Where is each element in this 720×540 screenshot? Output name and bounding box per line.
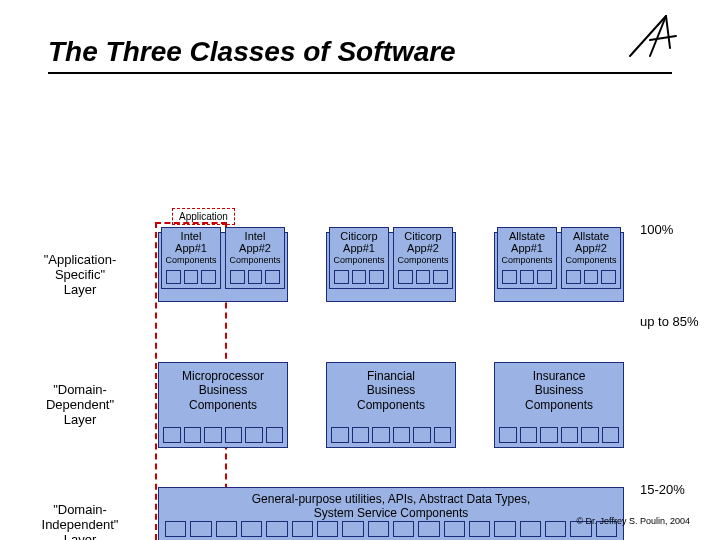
text: App#2	[407, 242, 439, 254]
mini-cells	[165, 521, 617, 537]
text: Citicorp	[340, 230, 377, 242]
app-intel-2: Intel App#2 Components	[225, 227, 285, 289]
text: Layer	[64, 412, 97, 427]
text: Business	[199, 383, 248, 397]
row-label-domain-dependent: "Domain- Dependent" Layer	[20, 382, 140, 427]
text: Specific"	[55, 267, 105, 282]
domain-independent-row: General-purpose utilities, APIs, Abstrac…	[158, 487, 624, 540]
components-label: Components	[498, 256, 556, 266]
app-allstate-1: Allstate App#1 Components	[497, 227, 557, 289]
text: Dependent"	[46, 397, 114, 412]
text: App#2	[239, 242, 271, 254]
mini-cells	[230, 270, 280, 284]
text: System Service Components	[314, 506, 469, 520]
components-label: Components	[394, 256, 452, 266]
text: App#2	[575, 242, 607, 254]
text: Business	[367, 383, 416, 397]
text: General-purpose utilities, APIs, Abstrac…	[252, 492, 531, 506]
domain-microprocessor: Microprocessor Business Components	[158, 362, 288, 448]
domain-financial: Financial Business Components	[326, 362, 456, 448]
components-label: Components	[330, 256, 388, 266]
text: Insurance	[533, 369, 586, 383]
title-rule	[48, 72, 672, 74]
text: Components	[525, 398, 593, 412]
mini-cells	[166, 270, 216, 284]
app-allstate-2: Allstate App#2 Components	[561, 227, 621, 289]
page-title: The Three Classes of Software	[0, 0, 720, 72]
text: "Domain-	[53, 502, 107, 517]
mini-cells	[499, 427, 619, 443]
mini-cells	[502, 270, 552, 284]
text: Business	[535, 383, 584, 397]
percent-100: 100%	[640, 222, 673, 237]
app-citicorp-2: Citicorp App#2 Components	[393, 227, 453, 289]
copyright: © Dr. Jeffrey S. Poulin, 2004	[576, 516, 690, 526]
text: Microprocessor	[182, 369, 264, 383]
text: Intel	[245, 230, 266, 242]
mini-cells	[334, 270, 384, 284]
components-label: Components	[162, 256, 220, 266]
text: App#1	[343, 242, 375, 254]
percent-15: 15-20%	[640, 482, 685, 497]
text: Components	[357, 398, 425, 412]
text: Layer	[64, 282, 97, 297]
text: "Domain-	[53, 382, 107, 397]
text: App#1	[175, 242, 207, 254]
app-intel-1: Intel App#1 Components	[161, 227, 221, 289]
text: Allstate	[509, 230, 545, 242]
text: Components	[189, 398, 257, 412]
row-label-app-specific: "Application- Specific" Layer	[20, 252, 140, 297]
components-label: Components	[226, 256, 284, 266]
text: "Application-	[44, 252, 117, 267]
mini-cells	[331, 427, 451, 443]
text: Intel	[181, 230, 202, 242]
text: Citicorp	[404, 230, 441, 242]
logo-glyph	[620, 6, 680, 70]
text: Independent"	[42, 517, 119, 532]
domain-insurance: Insurance Business Components	[494, 362, 624, 448]
percent-85: up to 85%	[640, 314, 699, 329]
text: App#1	[511, 242, 543, 254]
row-label-domain-independent: "Domain- Independent" Layer	[20, 502, 140, 540]
mini-cells	[566, 270, 616, 284]
text: Allstate	[573, 230, 609, 242]
mini-cells	[163, 427, 283, 443]
text: Layer	[64, 532, 97, 540]
components-label: Components	[562, 256, 620, 266]
text: Financial	[367, 369, 415, 383]
mini-cells	[398, 270, 448, 284]
app-citicorp-1: Citicorp App#1 Components	[329, 227, 389, 289]
